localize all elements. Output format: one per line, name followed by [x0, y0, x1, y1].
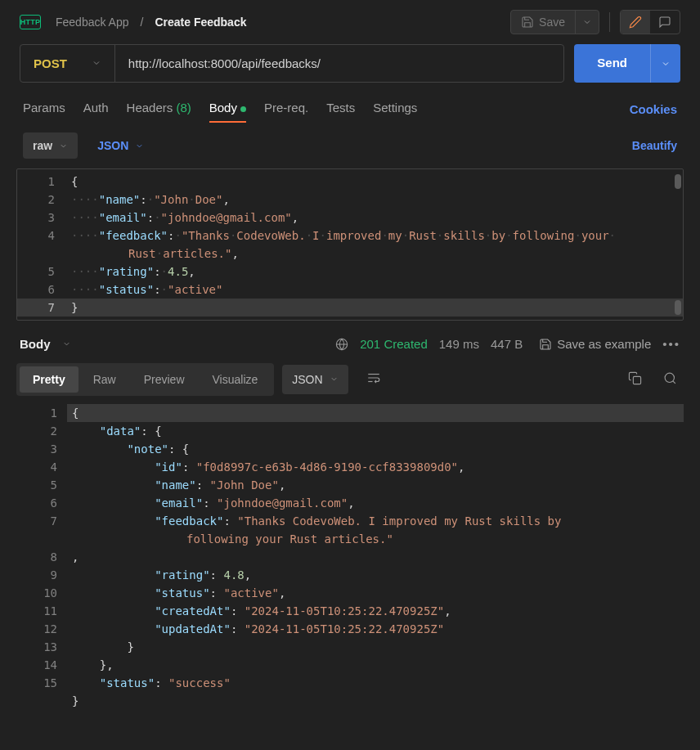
- copy-icon: [628, 371, 642, 385]
- chevron-down-icon: [330, 375, 339, 384]
- view-preview[interactable]: Preview: [131, 366, 198, 393]
- body-lang-label: JSON: [97, 139, 128, 152]
- request-tabs: Params Auth Headers (8) Body Pre-req. Te…: [0, 96, 700, 123]
- chevron-down-icon: [582, 17, 592, 27]
- scrollbar-thumb[interactable]: [675, 300, 681, 315]
- save-icon: [539, 338, 552, 351]
- view-raw[interactable]: Raw: [80, 366, 129, 393]
- chevron-down-icon: [59, 141, 68, 150]
- wrap-toggle[interactable]: [357, 362, 391, 396]
- breadcrumb-parent[interactable]: Feedback App: [56, 16, 129, 29]
- svg-line-6: [673, 380, 675, 383]
- view-visualize[interactable]: Visualize: [200, 366, 271, 393]
- response-lang-label: JSON: [292, 373, 322, 386]
- pencil-icon: [629, 16, 642, 29]
- response-lang-select[interactable]: JSON: [282, 365, 348, 394]
- response-bar: Body 201 Created 149 ms 447 B Save as ex…: [0, 321, 700, 359]
- http-badge-icon: HTTP: [20, 15, 41, 29]
- url-input[interactable]: http://localhost:8000/api/feedbacks/: [115, 45, 563, 82]
- send-split-button: Send: [574, 44, 680, 83]
- save-button[interactable]: Save: [511, 11, 575, 34]
- tab-headers-label: Headers: [127, 101, 173, 115]
- tab-body[interactable]: Body: [209, 96, 246, 123]
- wrap-icon: [366, 371, 381, 385]
- copy-button[interactable]: [621, 365, 648, 394]
- chevron-down-icon: [135, 141, 144, 150]
- more-menu[interactable]: •••: [662, 337, 680, 351]
- method-value: POST: [34, 56, 67, 70]
- chevron-down-icon: [92, 56, 101, 70]
- svg-rect-4: [633, 376, 640, 384]
- tab-prereq[interactable]: Pre-req.: [264, 96, 308, 123]
- cookies-link[interactable]: Cookies: [630, 102, 677, 116]
- tab-headers-count: (8): [176, 101, 191, 115]
- status-code: 201 Created: [360, 337, 428, 351]
- response-time: 149 ms: [439, 337, 479, 351]
- view-pretty[interactable]: Pretty: [20, 366, 79, 393]
- response-view-options: Pretty Raw Preview Visualize JSON: [0, 359, 700, 404]
- comment-mode-toggle[interactable]: [650, 11, 680, 34]
- globe-icon[interactable]: [335, 338, 348, 351]
- scrollbar-thumb[interactable]: [675, 174, 681, 189]
- search-button[interactable]: [657, 365, 684, 394]
- top-bar: HTTP Feedback App / Create Feedback Save: [0, 0, 700, 44]
- view-toggle-group: [620, 10, 680, 34]
- tab-params[interactable]: Params: [23, 96, 65, 123]
- beautify-button[interactable]: Beautify: [632, 139, 677, 152]
- tab-auth[interactable]: Auth: [83, 96, 109, 123]
- body-options-row: raw JSON Beautify: [0, 123, 700, 168]
- response-view-segmented: Pretty Raw Preview Visualize: [16, 363, 274, 396]
- save-icon: [521, 16, 534, 29]
- response-size: 447 B: [491, 337, 523, 351]
- save-split-button: Save: [510, 10, 599, 34]
- tab-settings[interactable]: Settings: [373, 96, 417, 123]
- comment-icon: [658, 16, 671, 29]
- response-body-viewer[interactable]: 123456789101112131415 { "data": { "note"…: [16, 404, 684, 710]
- chevron-down-icon: [661, 59, 671, 69]
- response-section-select[interactable]: Body: [20, 337, 51, 351]
- search-icon: [663, 371, 677, 385]
- breadcrumb-current: Create Feedback: [155, 16, 246, 29]
- body-type-label: raw: [33, 139, 52, 152]
- method-select[interactable]: POST: [20, 45, 115, 82]
- body-lang-select[interactable]: JSON: [88, 132, 154, 159]
- edit-mode-toggle[interactable]: [621, 11, 650, 34]
- breadcrumb-sep: /: [141, 16, 144, 29]
- chevron-down-icon: [62, 339, 71, 348]
- send-dropdown[interactable]: [650, 44, 680, 83]
- tab-tests[interactable]: Tests: [326, 96, 355, 123]
- body-type-select[interactable]: raw: [23, 132, 78, 159]
- request-body-editor[interactable]: 1234567 {····"name":·"John·Doe",····"ema…: [16, 168, 684, 321]
- modified-dot-icon: [240, 106, 246, 112]
- divider: [609, 12, 610, 32]
- save-as-example-label: Save as example: [557, 337, 651, 351]
- send-button[interactable]: Send: [574, 44, 650, 83]
- save-label: Save: [539, 16, 565, 29]
- save-dropdown[interactable]: [575, 11, 599, 34]
- method-url-bar: POST http://localhost:8000/api/feedbacks…: [20, 44, 564, 83]
- tab-body-label: Body: [209, 101, 237, 115]
- request-row: POST http://localhost:8000/api/feedbacks…: [0, 44, 700, 96]
- svg-point-5: [665, 373, 674, 382]
- tab-headers[interactable]: Headers (8): [127, 96, 191, 123]
- save-as-example-button[interactable]: Save as example: [539, 337, 651, 351]
